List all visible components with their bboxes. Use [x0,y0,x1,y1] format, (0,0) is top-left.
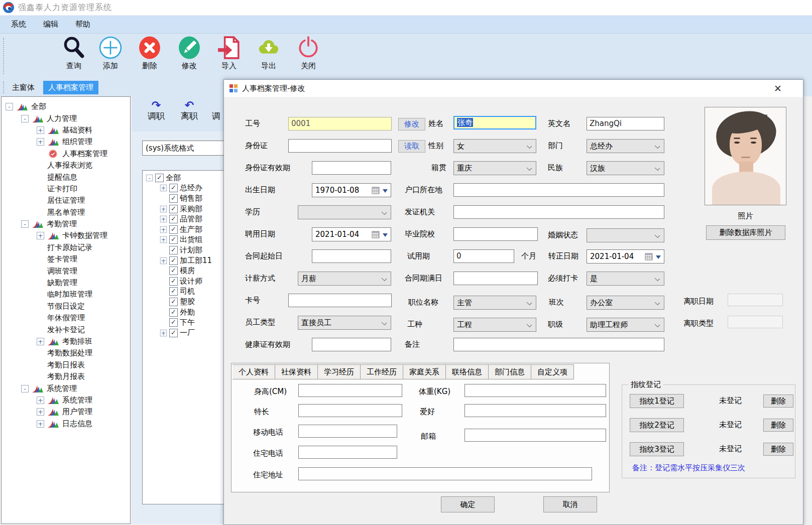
job-rank-select[interactable]: 助理工程师 [587,318,664,332]
transfer-button[interactable]: ↷ 调职 [148,100,165,122]
nav-tree-item[interactable]: 考勤管理 [2,218,130,230]
tab-main-window[interactable]: 主窗体 [7,81,40,94]
toolbar-close-button[interactable]: 关闭 [292,36,324,71]
education-select[interactable] [298,205,391,219]
tree-expander-icon[interactable] [160,185,167,192]
ethnic-select[interactable]: 汉族 [587,161,664,175]
toolbar-add-button[interactable]: 添加 [94,36,127,71]
tab-personnel-file[interactable]: 人事档案管理 [43,81,98,94]
mobile-input[interactable] [298,425,397,438]
nav-tree-item[interactable]: 卡钟数据管理 [2,230,130,241]
tree-expander-icon[interactable] [37,408,44,416]
resign-button[interactable]: ↶ 离职 [181,100,198,122]
detail-tab[interactable]: 联络信息 [446,364,489,379]
checkbox-checked-icon[interactable] [169,235,178,244]
nav-tree-item[interactable]: 黑名单管理 [2,207,130,218]
position-select[interactable]: 主管 [453,296,536,310]
fingerprint-register-button[interactable]: 指纹3登记 [630,442,684,456]
weight-input[interactable] [465,384,606,397]
probation-input[interactable]: 0 [453,249,514,263]
household-input[interactable] [453,183,664,197]
fingerprint-register-button[interactable]: 指纹2登记 [630,418,684,432]
nav-tree-item[interactable]: 考勤排班 [2,336,130,347]
checkbox-checked-icon[interactable] [169,256,178,265]
id-valid-input[interactable] [312,161,391,175]
detail-tab[interactable]: 社保资料 [275,364,318,379]
nav-tree-item[interactable]: 人事报表浏览 [2,160,130,171]
detail-tab[interactable]: 个人资料 [233,364,275,379]
specialty-input[interactable] [298,404,402,417]
must-punch-select[interactable]: 是 [587,272,664,286]
remark-input[interactable] [453,338,664,351]
school-input[interactable] [453,227,538,241]
nav-tree-item[interactable]: 缺勤管理 [2,277,130,289]
nav-tree-item[interactable]: 居住证管理 [2,195,130,206]
checkbox-checked-icon[interactable] [169,215,178,223]
checkbox-checked-icon[interactable] [169,267,178,275]
tree-expander-icon[interactable] [21,220,29,228]
fingerprint-delete-button[interactable]: 删除 [763,419,793,432]
tree-expander-icon[interactable] [37,138,44,146]
tree-expander-icon[interactable] [160,257,167,264]
menu-item[interactable]: 系统 [11,20,26,29]
checkbox-checked-icon[interactable] [169,329,178,337]
nav-tree-item[interactable]: 考勤数据处理 [2,347,130,359]
delete-db-photo-button[interactable]: 删除数据库照片 [706,225,785,240]
menu-item[interactable]: 帮助 [75,20,90,29]
toolbar-grip[interactable] [3,38,5,74]
en-name-input[interactable]: ZhangQi [587,117,664,130]
name-input[interactable]: 张奇 [453,116,536,129]
tree-expander-icon[interactable] [146,175,153,182]
nav-tree-item[interactable]: 证卡打印 [2,183,130,195]
gender-select[interactable]: 女 [453,139,536,153]
close-icon[interactable]: ✕ [772,82,784,94]
detail-tab[interactable]: 家庭关系 [403,364,446,379]
work-type-select[interactable]: 工程 [453,318,536,332]
checkbox-checked-icon[interactable] [169,205,178,213]
nav-tree-item[interactable]: 用户管理 [2,406,130,418]
shift-select[interactable]: 办公室 [587,296,664,310]
nav-tree-item[interactable]: 日志信息 [2,418,130,430]
issue-org-input[interactable] [453,205,664,219]
checkbox-checked-icon[interactable] [169,318,178,327]
emp-type-select[interactable]: 直接员工 [298,316,391,330]
tabrow-grip[interactable] [3,81,5,93]
tree-expander-icon[interactable] [160,236,167,243]
card-no-input[interactable] [288,294,392,307]
email-input[interactable] [465,429,606,442]
tree-expander-icon[interactable] [21,115,29,122]
fingerprint-delete-button[interactable]: 删除 [763,395,793,408]
ok-button[interactable]: 确定 [441,496,495,512]
birth-date-picker[interactable]: 1970-01-08 [312,183,391,197]
tree-expander-icon[interactable] [37,232,44,239]
nav-tree-item[interactable]: 人力管理 [2,112,130,124]
home-address-input[interactable] [298,467,592,480]
checkbox-checked-icon[interactable] [169,298,178,306]
checkbox-checked-icon[interactable] [169,287,178,296]
emp-no-input[interactable]: 0001 [288,117,392,130]
toolbar-export-button[interactable]: 导出 [253,36,285,71]
nav-tree-item[interactable]: 发补卡登记 [2,324,130,335]
checkbox-checked-icon[interactable] [169,308,178,317]
third-button-partial[interactable]: . 调 [212,100,220,122]
nav-tree-item[interactable]: 组织管理 [2,136,130,148]
nav-tree-item[interactable]: 考勤日报表 [2,359,130,371]
checkbox-checked-icon[interactable] [169,184,178,192]
checkbox-checked-icon[interactable] [169,246,178,254]
toolbar-edit-button[interactable]: 修改 [173,36,205,71]
tree-expander-icon[interactable] [160,226,167,233]
hobby-input[interactable] [465,404,606,417]
checkbox-checked-icon[interactable] [155,174,164,182]
nav-tree-item[interactable]: 人事档案管理 [2,148,130,160]
nav-tree-item[interactable]: 调班管理 [2,265,130,277]
nav-tree-item[interactable]: 年休假管理 [2,312,130,324]
hire-date-picker[interactable]: 2021-01-04 [312,227,391,241]
regular-date-picker[interactable]: 2021-01-04 [587,249,664,264]
nav-tree-item[interactable]: 节假日设定 [2,301,130,312]
tree-expander-icon[interactable] [6,103,13,110]
marital-select[interactable] [587,228,664,242]
nav-tree-item[interactable]: 打卡原始记录 [2,242,130,253]
menu-item[interactable]: 编辑 [43,20,58,29]
contract-end-input[interactable] [453,272,538,285]
nav-tree-item[interactable]: 全部 [2,101,130,112]
